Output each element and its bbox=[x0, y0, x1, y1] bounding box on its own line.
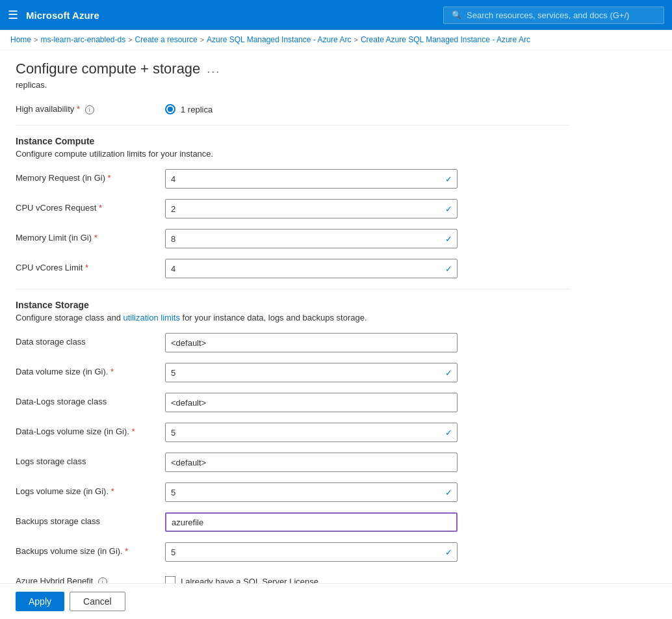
backups-volume-size-dropdown-wrapper[interactable]: 5 10 bbox=[165, 542, 458, 562]
logs-storage-class-row: Logs storage class bbox=[16, 453, 569, 472]
cpu-vcores-limit-control[interactable]: 4 8 16 bbox=[165, 259, 569, 278]
memory-request-select[interactable]: 4 8 16 bbox=[165, 169, 458, 189]
cpu-vcores-limit-row: CPU vCores Limit * 4 8 16 bbox=[16, 259, 569, 278]
cpu-vcores-limit-dropdown-wrapper[interactable]: 4 8 16 bbox=[165, 259, 458, 278]
memory-limit-required: * bbox=[94, 233, 97, 243]
app-title: Microsoft Azure bbox=[26, 10, 435, 21]
breadcrumb-home[interactable]: Home bbox=[10, 35, 31, 44]
memory-request-control[interactable]: 4 8 16 bbox=[165, 169, 569, 189]
memory-limit-select[interactable]: 8 16 32 bbox=[165, 229, 458, 248]
breadcrumb: Home > ms-learn-arc-enabled-ds > Create … bbox=[0, 30, 672, 50]
breadcrumb-create-resource[interactable]: Create a resource bbox=[135, 35, 198, 44]
main-content: Configure compute + storage ... replicas… bbox=[0, 50, 585, 619]
page-title: Configure compute + storage bbox=[16, 60, 200, 77]
memory-limit-control[interactable]: 8 16 32 bbox=[165, 229, 569, 248]
logs-volume-size-dropdown-wrapper[interactable]: 5 10 bbox=[165, 482, 458, 502]
data-volume-size-dropdown-wrapper[interactable]: 5 10 20 bbox=[165, 363, 458, 382]
storage-desc-plain: Configure storage class and bbox=[16, 313, 123, 323]
memory-limit-dropdown-wrapper[interactable]: 8 16 32 bbox=[165, 229, 458, 248]
backups-volume-size-select[interactable]: 5 10 bbox=[165, 542, 458, 562]
cpu-vcores-request-select[interactable]: 2 4 8 bbox=[165, 199, 458, 218]
logs-volume-size-row: Logs volume size (in Gi). * 5 10 bbox=[16, 482, 569, 502]
data-logs-volume-size-dropdown-wrapper[interactable]: 5 10 bbox=[165, 423, 458, 442]
memory-request-required: * bbox=[108, 173, 111, 183]
logs-storage-class-input[interactable] bbox=[165, 453, 458, 472]
logs-volume-size-required: * bbox=[111, 486, 114, 496]
logs-volume-size-select[interactable]: 5 10 bbox=[165, 482, 458, 502]
page-header: Configure compute + storage ... bbox=[16, 60, 569, 77]
divider-1 bbox=[16, 125, 569, 125]
logs-storage-class-control[interactable] bbox=[165, 453, 569, 472]
backups-storage-class-label: Backups storage class bbox=[16, 512, 165, 526]
replica-option-label: 1 replica bbox=[181, 105, 213, 114]
memory-limit-label: Memory Limit (in Gi) * bbox=[16, 229, 165, 243]
cpu-vcores-limit-required: * bbox=[85, 263, 88, 272]
data-storage-class-input[interactable] bbox=[165, 333, 458, 352]
backups-volume-size-required: * bbox=[125, 546, 128, 556]
cpu-vcores-request-row: CPU vCores Request * 2 4 8 bbox=[16, 199, 569, 218]
cpu-vcores-limit-select[interactable]: 4 8 16 bbox=[165, 259, 458, 278]
data-storage-class-control[interactable] bbox=[165, 333, 569, 352]
cancel-button[interactable]: Cancel bbox=[70, 592, 125, 611]
breadcrumb-sep-2: > bbox=[128, 36, 132, 44]
apply-button[interactable]: Apply bbox=[16, 592, 64, 611]
instance-storage-title: Instance Storage bbox=[16, 300, 569, 310]
replica-option[interactable]: 1 replica bbox=[165, 100, 569, 114]
data-storage-class-label: Data storage class bbox=[16, 333, 165, 347]
data-logs-volume-size-label: Data-Logs volume size (in Gi). * bbox=[16, 423, 165, 436]
cpu-vcores-limit-label: CPU vCores Limit * bbox=[16, 259, 165, 272]
cpu-vcores-request-required: * bbox=[99, 203, 102, 213]
backups-volume-size-row: Backups volume size (in Gi). * 5 10 bbox=[16, 542, 569, 562]
data-logs-storage-class-row: Data-Logs storage class bbox=[16, 393, 569, 412]
replica-radio-button[interactable] bbox=[165, 104, 175, 114]
backups-volume-size-control[interactable]: 5 10 bbox=[165, 542, 569, 562]
bottom-action-bar: Apply Cancel bbox=[0, 583, 672, 619]
backups-volume-size-label: Backups volume size (in Gi). * bbox=[16, 542, 165, 556]
data-logs-volume-size-row: Data-Logs volume size (in Gi). * 5 10 bbox=[16, 423, 569, 442]
storage-desc-link[interactable]: utilization limits bbox=[123, 313, 179, 323]
data-logs-storage-class-input[interactable] bbox=[165, 393, 458, 412]
search-placeholder-text: Search resources, services, and docs (G+… bbox=[467, 10, 629, 20]
data-logs-volume-size-select[interactable]: 5 10 bbox=[165, 423, 458, 442]
data-logs-volume-size-required: * bbox=[131, 427, 135, 436]
high-availability-required: * bbox=[77, 104, 80, 114]
high-availability-row: High availability * i 1 replica bbox=[16, 100, 569, 114]
data-volume-size-select[interactable]: 5 10 20 bbox=[165, 363, 458, 382]
cpu-vcores-request-label: CPU vCores Request * bbox=[16, 199, 165, 213]
breadcrumb-create-azure-sql[interactable]: Create Azure SQL Managed Instance - Azur… bbox=[361, 35, 530, 44]
instance-storage-description: Configure storage class and utilization … bbox=[16, 313, 569, 323]
high-availability-info-icon[interactable]: i bbox=[85, 105, 94, 114]
breadcrumb-sep-3: > bbox=[200, 36, 204, 44]
data-logs-storage-class-label: Data-Logs storage class bbox=[16, 393, 165, 406]
cpu-vcores-request-control[interactable]: 2 4 8 bbox=[165, 199, 569, 218]
memory-request-row: Memory Request (in Gi) * 4 8 16 bbox=[16, 169, 569, 189]
backups-storage-class-input[interactable] bbox=[165, 512, 458, 532]
logs-volume-size-label: Logs volume size (in Gi). * bbox=[16, 482, 165, 496]
hamburger-menu-icon[interactable]: ☰ bbox=[8, 8, 18, 22]
memory-request-dropdown-wrapper[interactable]: 4 8 16 bbox=[165, 169, 458, 189]
high-availability-label: High availability * i bbox=[16, 100, 165, 114]
data-volume-size-control[interactable]: 5 10 20 bbox=[165, 363, 569, 382]
search-bar[interactable]: 🔍 Search resources, services, and docs (… bbox=[443, 7, 664, 24]
breadcrumb-azure-sql[interactable]: Azure SQL Managed Instance - Azure Arc bbox=[207, 35, 351, 44]
data-volume-size-label: Data volume size (in Gi). * bbox=[16, 363, 165, 376]
breadcrumb-sep-1: > bbox=[34, 36, 38, 44]
instance-compute-title: Instance Compute bbox=[16, 136, 569, 146]
data-volume-size-required: * bbox=[110, 367, 114, 376]
data-logs-storage-class-control[interactable] bbox=[165, 393, 569, 412]
instance-compute-section: Instance Compute Configure compute utili… bbox=[16, 136, 569, 278]
divider-2 bbox=[16, 289, 569, 289]
page-title-more-icon[interactable]: ... bbox=[207, 62, 220, 76]
breadcrumb-ms-learn[interactable]: ms-learn-arc-enabled-ds bbox=[40, 35, 125, 44]
logs-volume-size-control[interactable]: 5 10 bbox=[165, 482, 569, 502]
search-icon: 🔍 bbox=[452, 10, 461, 20]
storage-desc-rest: for your instance data, logs and backups… bbox=[180, 313, 367, 323]
data-storage-class-row: Data storage class bbox=[16, 333, 569, 352]
high-availability-control: 1 replica bbox=[165, 100, 569, 114]
backups-storage-class-control[interactable] bbox=[165, 512, 569, 532]
backups-storage-class-row: Backups storage class bbox=[16, 512, 569, 532]
cpu-vcores-request-dropdown-wrapper[interactable]: 2 4 8 bbox=[165, 199, 458, 218]
data-logs-volume-size-control[interactable]: 5 10 bbox=[165, 423, 569, 442]
top-navigation-bar: ☰ Microsoft Azure 🔍 Search resources, se… bbox=[0, 0, 672, 30]
logs-storage-class-label: Logs storage class bbox=[16, 453, 165, 466]
